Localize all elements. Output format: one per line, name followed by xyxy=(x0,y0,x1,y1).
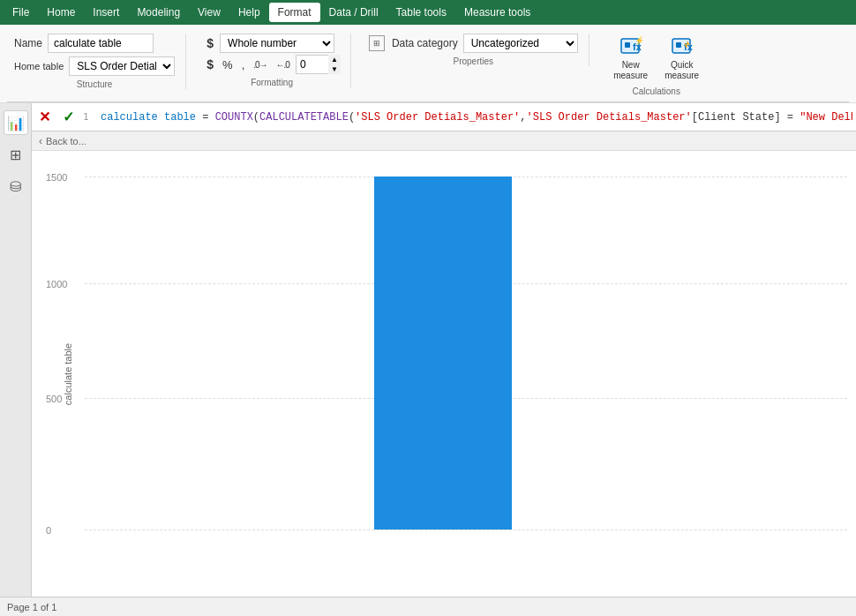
formula-line-number: 1 xyxy=(83,111,95,123)
properties-label: Properties xyxy=(454,56,494,66)
format-controls: $ Whole number Decimal number Currency P… xyxy=(204,34,340,74)
back-bar: ‹ Back to... xyxy=(32,131,856,151)
ribbon: Name Home table SLS Order Detials_... St… xyxy=(0,25,856,103)
percent-btn[interactable]: % xyxy=(220,57,236,72)
menu-measure-tools[interactable]: Measure tools xyxy=(455,3,539,22)
gridline-label-1000: 1000 xyxy=(46,279,67,289)
quick-measure-button[interactable]: fx Quickmeasure xyxy=(658,34,706,83)
spin-buttons: ▲ ▼ xyxy=(328,55,341,74)
structure-label: Structure xyxy=(77,79,113,89)
menu-home[interactable]: Home xyxy=(38,3,84,22)
home-table-label: Home table xyxy=(14,61,64,71)
back-chevron-icon[interactable]: ‹ xyxy=(39,135,42,147)
formula-cancel-btn[interactable]: ✕ xyxy=(35,107,54,127)
dec-dec-btn[interactable]: ←.0 xyxy=(274,59,292,71)
svg-rect-5 xyxy=(676,42,681,48)
ribbon-group-formatting: $ Whole number Decimal number Currency P… xyxy=(204,34,351,87)
format-dropdown[interactable]: Whole number Decimal number Currency Per… xyxy=(220,34,334,53)
formula-text[interactable]: calculate table = COUNTX(CALCULATETABLE(… xyxy=(101,111,852,124)
dollar-btn[interactable]: $ xyxy=(204,56,216,72)
gridline-0: 0 xyxy=(85,530,847,530)
gridline-label-1500: 1500 xyxy=(46,172,67,183)
number-spinner: ▲ ▼ xyxy=(296,55,340,74)
chart-bar[interactable] xyxy=(374,177,512,530)
app-window: File Home Insert Modeling View Help Form… xyxy=(0,0,856,616)
ribbon-group-calculations: fx ⚡ Newmeasure fx xyxy=(607,34,717,96)
sidebar-chart-icon[interactable]: 📊 xyxy=(4,110,28,135)
menu-table-tools[interactable]: Table tools xyxy=(387,3,455,22)
gridline-label-500: 500 xyxy=(46,394,62,404)
number-value-input[interactable] xyxy=(297,57,328,71)
menu-file[interactable]: File xyxy=(4,3,38,22)
menu-help[interactable]: Help xyxy=(229,3,269,22)
new-measure-label: Newmeasure xyxy=(613,60,648,81)
calculations-label: Calculations xyxy=(632,86,680,96)
spin-up-btn[interactable]: ▲ xyxy=(328,55,341,64)
formula-bar: ✕ ✓ 1 calculate table = COUNTX(CALCULATE… xyxy=(32,103,856,131)
formatting-label: Formatting xyxy=(251,78,293,87)
sidebar-table-icon[interactable]: ⊞ xyxy=(4,142,28,167)
new-measure-icon: fx ⚡ xyxy=(619,35,643,58)
home-table-row: Home table SLS Order Detials_... xyxy=(14,56,175,76)
menu-format[interactable]: Format xyxy=(269,3,320,22)
status-bar: Page 1 of 1 xyxy=(0,597,856,616)
menu-insert[interactable]: Insert xyxy=(84,3,128,22)
main-content: 📊 ⊞ ⛁ ✕ ✓ 1 calculate table = COUNTX(CAL… xyxy=(0,103,856,597)
left-sidebar: 📊 ⊞ ⛁ xyxy=(0,103,32,597)
menu-view[interactable]: View xyxy=(189,3,229,22)
new-measure-button[interactable]: fx ⚡ Newmeasure xyxy=(607,34,655,83)
ribbon-group-properties: ⊞ Data category Uncategorized Properties xyxy=(369,34,589,66)
dc-icon: ⊞ xyxy=(369,35,385,51)
center-panel: ✕ ✓ 1 calculate table = COUNTX(CALCULATE… xyxy=(32,103,856,597)
structure-name-row: Name xyxy=(14,34,154,53)
dec-inc-btn[interactable]: .0→ xyxy=(251,59,269,71)
data-category-label: Data category xyxy=(392,37,458,49)
name-label: Name xyxy=(14,37,42,49)
comma-btn[interactable]: , xyxy=(239,57,248,72)
menu-data-drill[interactable]: Data / Drill xyxy=(320,3,387,22)
quick-measure-icon: fx xyxy=(670,35,695,58)
svg-text:⚡: ⚡ xyxy=(634,35,642,46)
dollar-icon: $ xyxy=(204,35,216,51)
formula-confirm-btn[interactable]: ✓ xyxy=(59,107,78,127)
menubar: File Home Insert Modeling View Help Form… xyxy=(0,0,856,25)
format-row1: $ Whole number Decimal number Currency P… xyxy=(204,34,340,53)
ribbon-group-structure: Name Home table SLS Order Detials_... St… xyxy=(14,34,186,89)
spin-down-btn[interactable]: ▼ xyxy=(328,64,341,74)
status-text: Page 1 of 1 xyxy=(7,602,56,612)
data-category-dropdown[interactable]: Uncategorized xyxy=(463,34,578,53)
chart-area: calculate table 1500 1000 500 0 xyxy=(32,151,856,597)
gridline-label-0: 0 xyxy=(46,525,51,536)
back-label[interactable]: Back to... xyxy=(46,136,86,146)
chart-inner: 1500 1000 500 0 xyxy=(85,160,847,570)
menu-modeling[interactable]: Modeling xyxy=(128,3,189,22)
home-table-dropdown[interactable]: SLS Order Detials_... xyxy=(69,56,175,76)
data-category-row: ⊞ Data category Uncategorized xyxy=(369,34,578,53)
calculations-buttons: fx ⚡ Newmeasure fx xyxy=(607,34,706,83)
name-input[interactable] xyxy=(48,34,154,53)
quick-measure-label: Quickmeasure xyxy=(665,60,699,81)
chart-y-label: calculate table xyxy=(63,342,73,404)
svg-rect-1 xyxy=(625,42,630,48)
format-row2: $ % , .0→ ←.0 ▲ ▼ xyxy=(204,55,340,74)
properties-controls: ⊞ Data category Uncategorized xyxy=(369,34,578,53)
ribbon-content: Name Home table SLS Order Detials_... St… xyxy=(7,28,849,102)
sidebar-model-icon[interactable]: ⛁ xyxy=(4,174,28,199)
